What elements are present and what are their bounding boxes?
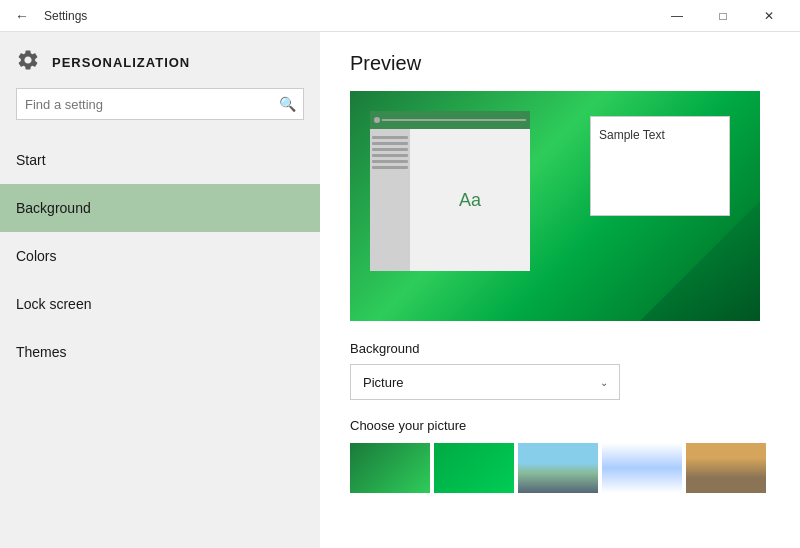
- maximize-button[interactable]: □: [700, 0, 746, 32]
- picture-thumb-2[interactable]: [434, 443, 514, 493]
- picture-thumbnail-row: [350, 443, 770, 493]
- sidebar-item-background[interactable]: Background: [0, 184, 320, 232]
- sidebar-nav: Start Background Colors Lock screen Them…: [0, 136, 320, 548]
- search-input[interactable]: [16, 88, 304, 120]
- window-controls: — □ ✕: [654, 0, 792, 32]
- explorer-sidebar-mini: [370, 129, 410, 271]
- minimize-button[interactable]: —: [654, 0, 700, 32]
- sample-text: Sample Text: [599, 128, 665, 142]
- explorer-body: Aa: [370, 129, 530, 271]
- picture-thumb-1[interactable]: [350, 443, 430, 493]
- picture-thumb-3[interactable]: [518, 443, 598, 493]
- search-icon: 🔍: [279, 96, 296, 112]
- title-bar: ← Settings — □ ✕: [0, 0, 800, 32]
- main-content: Preview: [320, 32, 800, 548]
- sidebar-item-lock-screen[interactable]: Lock screen: [0, 280, 320, 328]
- sidebar-item-themes[interactable]: Themes: [0, 328, 320, 376]
- title-bar-left: ← Settings: [8, 2, 87, 30]
- window-title: Settings: [44, 9, 87, 23]
- choose-picture-label: Choose your picture: [350, 418, 770, 433]
- picture-thumb-5[interactable]: [686, 443, 766, 493]
- sidebar-title: PERSONALIZATION: [52, 55, 190, 70]
- sidebar: PERSONALIZATION 🔍 Start Background Color…: [0, 32, 320, 548]
- preview-section-title: Preview: [350, 52, 770, 75]
- background-dropdown-wrapper: Picture Solid color Slideshow ⌄: [350, 364, 620, 400]
- back-button[interactable]: ←: [8, 2, 36, 30]
- sidebar-header: PERSONALIZATION: [0, 32, 320, 88]
- explorer-titlebar: [370, 111, 530, 129]
- explorer-main-area: Aa: [410, 129, 530, 271]
- sidebar-search: 🔍: [16, 88, 304, 120]
- preview-decorative-shape: [560, 201, 760, 321]
- preview-box: Aa Sample Text: [350, 91, 760, 321]
- sidebar-item-start[interactable]: Start: [0, 136, 320, 184]
- close-button[interactable]: ✕: [746, 0, 792, 32]
- background-field-label: Background: [350, 341, 770, 356]
- gear-icon: [16, 48, 40, 76]
- sidebar-item-colors[interactable]: Colors: [0, 232, 320, 280]
- preview-explorer: Aa: [370, 111, 530, 271]
- background-dropdown[interactable]: Picture Solid color Slideshow: [350, 364, 620, 400]
- preview-text-box: Sample Text: [590, 116, 730, 216]
- aa-text: Aa: [459, 190, 481, 211]
- app-body: PERSONALIZATION 🔍 Start Background Color…: [0, 32, 800, 548]
- picture-thumb-4[interactable]: [602, 443, 682, 493]
